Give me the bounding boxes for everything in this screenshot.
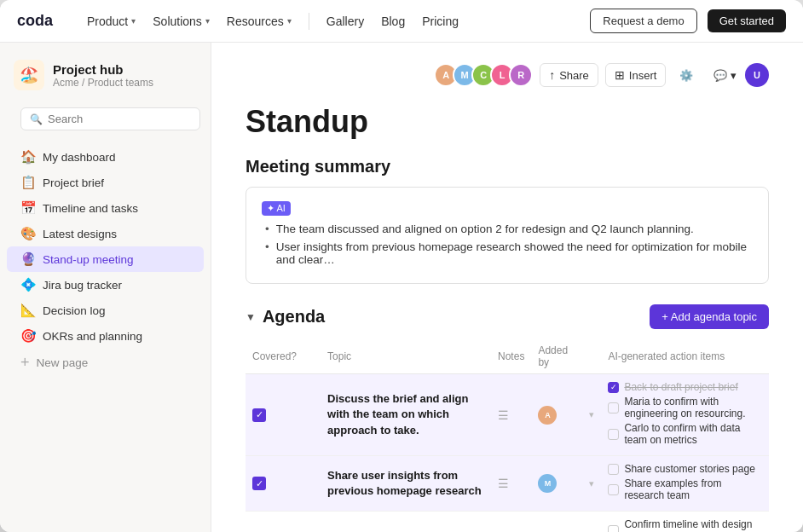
collapse-agenda-icon[interactable]: ▼	[246, 311, 256, 323]
action-checkbox[interactable]: ✓	[608, 382, 619, 393]
nav-product[interactable]: Product ▾	[87, 14, 136, 28]
sidebar-item-timeline[interactable]: 📅 Timeline and tasks	[7, 195, 204, 221]
table-row: ✓Discuss the brief and align with the te…	[246, 374, 769, 456]
sidebar-project-subtitle: Acme / Product teams	[53, 77, 153, 89]
designs-icon: 🎨	[20, 226, 36, 241]
app-container: 🏖️ Project hub Acme / Product teams 🔍 « …	[0, 43, 803, 532]
action-text: Confirm timeline with design team	[624, 518, 762, 532]
topic-cell: Discuss the brief and align with the tea…	[321, 374, 491, 456]
sidebar-item-label: Decision log	[43, 304, 190, 317]
meeting-summary-title: Meeting summary	[246, 157, 769, 176]
project-brief-icon: 📋	[20, 175, 36, 190]
row-chevron-cell[interactable]: ▾	[582, 456, 601, 512]
action-text: Back to draft project brief	[624, 381, 737, 393]
notes-cell[interactable]: ☰	[491, 374, 531, 456]
sidebar-item-designs[interactable]: 🎨 Latest designs	[7, 221, 204, 246]
sidebar-item-label: Timeline and tasks	[43, 202, 190, 215]
meeting-summary-box: ✦ AI The team discussed and aligned on o…	[246, 187, 769, 284]
table-row: Design timeline and engineering resource…	[246, 512, 769, 533]
jira-icon: 💠	[20, 277, 36, 292]
covered-cell[interactable]	[246, 512, 303, 533]
topic-cell: Design timeline and engineering resource…	[321, 512, 491, 533]
action-checkbox[interactable]	[608, 402, 619, 413]
action-text: Share customer stories page	[624, 463, 754, 475]
sidebar-item-label: OKRs and planning	[43, 330, 190, 343]
action-text: Maria to confirm with engineering on res…	[624, 396, 762, 419]
covered-cell[interactable]: ✓	[246, 374, 303, 456]
th-topic: Topic	[321, 339, 491, 374]
action-item: Carlo to confirm with data team on metri…	[608, 422, 762, 446]
settings-button[interactable]: ⚙️	[673, 65, 700, 86]
action-checkbox[interactable]	[608, 525, 619, 533]
action-item: Confirm timeline with design team	[608, 518, 762, 532]
request-demo-button[interactable]: Request a demo	[590, 9, 696, 33]
row-checkbox-cell	[303, 456, 321, 512]
action-item: Share examples from research team	[608, 477, 762, 501]
added-by-avatar: M	[538, 474, 557, 493]
th-covered: Covered?	[246, 339, 303, 374]
nav-gallery[interactable]: Gallery	[326, 14, 364, 28]
covered-checkbox[interactable]: ✓	[252, 408, 266, 422]
summary-bullet-1: The team discussed and aligned on option…	[262, 223, 753, 235]
agenda-title-row: ▼ Agenda	[246, 307, 325, 327]
search-icon: 🔍	[30, 113, 43, 125]
th-chevron	[582, 339, 601, 374]
action-checkbox[interactable]	[608, 484, 619, 495]
sidebar-item-project-brief[interactable]: 📋 Project brief	[7, 170, 204, 195]
nav-resources[interactable]: Resources ▾	[227, 14, 292, 28]
sidebar-item-jira[interactable]: 💠 Jira bug tracker	[7, 272, 204, 298]
doc-toolbar: A M C L R ↑ Share ⊞ Insert ⚙️ 💬 ▾ U	[246, 63, 769, 87]
new-page-button[interactable]: + New page	[7, 349, 204, 377]
added-by-avatar: A	[538, 406, 557, 425]
sidebar-item-okrs[interactable]: 🎯 OKRs and planning	[7, 323, 204, 349]
sidebar-item-standup[interactable]: 🔮 Stand-up meeting	[7, 246, 204, 272]
logo: coda	[17, 12, 53, 30]
sidebar-item-label: Latest designs	[43, 228, 190, 240]
row-checkbox-cell	[303, 374, 321, 456]
insert-button[interactable]: ⊞ Insert	[605, 63, 667, 87]
timeline-icon: 📅	[20, 200, 36, 216]
sidebar-header: 🏖️ Project hub Acme / Product teams	[0, 53, 211, 101]
nav-solutions[interactable]: Solutions ▾	[153, 14, 210, 28]
nav-pricing[interactable]: Pricing	[422, 14, 459, 28]
okrs-icon: 🎯	[20, 328, 36, 344]
action-checkbox[interactable]	[608, 429, 619, 440]
search-input[interactable]	[48, 113, 191, 125]
decision-log-icon: 📐	[20, 303, 36, 318]
dashboard-icon: 🏠	[20, 149, 36, 165]
action-item: Share customer stories page	[608, 463, 762, 475]
resources-chevron: ▾	[287, 16, 292, 26]
add-agenda-topic-button[interactable]: + Add agenda topic	[650, 304, 769, 329]
agenda-table: Covered? Topic Notes Added by AI-generat…	[246, 339, 769, 532]
covered-cell[interactable]: ✓	[246, 456, 303, 512]
solutions-chevron: ▾	[205, 16, 210, 26]
sidebar-item-dashboard[interactable]: 🏠 My dashboard	[7, 144, 204, 170]
row-chevron-cell[interactable]: ▾	[582, 374, 601, 456]
get-started-button[interactable]: Get started	[708, 9, 786, 32]
more-options-button[interactable]: 💬 ▾	[707, 65, 743, 86]
added-by-cell: C	[531, 512, 582, 533]
sidebar-item-label: My dashboard	[43, 151, 190, 164]
th-checkbox	[303, 339, 321, 374]
added-by-cell: M	[531, 456, 582, 512]
row-chevron-cell[interactable]: ▾	[582, 512, 601, 533]
actions-cell: ✓Back to draft project briefMaria to con…	[601, 374, 769, 456]
sidebar-item-decision-log[interactable]: 📐 Decision log	[7, 298, 204, 323]
topic-cell: Share user insights from previous homepa…	[321, 456, 491, 512]
nav-blog[interactable]: Blog	[381, 14, 405, 28]
summary-bullet-2: User insights from previous homepage res…	[262, 240, 753, 266]
action-text: Share examples from research team	[624, 477, 762, 501]
sidebar-search-row: 🔍 «	[10, 104, 200, 137]
action-item: Maria to confirm with engineering on res…	[608, 396, 762, 419]
share-button[interactable]: ↑ Share	[540, 63, 598, 87]
sidebar-item-label: Jira bug tracker	[43, 279, 190, 292]
standup-icon: 🔮	[20, 252, 36, 267]
notes-cell[interactable]: ☰	[491, 512, 531, 533]
product-chevron: ▾	[131, 16, 136, 26]
covered-checkbox[interactable]: ✓	[252, 477, 266, 490]
action-checkbox[interactable]	[608, 464, 619, 475]
nav-bar: coda Product ▾ Solutions ▾ Resources ▾ G…	[0, 0, 803, 43]
topic-text: Share user insights from previous homepa…	[327, 469, 482, 497]
notes-cell[interactable]: ☰	[491, 456, 531, 512]
sidebar-item-label: Project brief	[43, 176, 190, 189]
